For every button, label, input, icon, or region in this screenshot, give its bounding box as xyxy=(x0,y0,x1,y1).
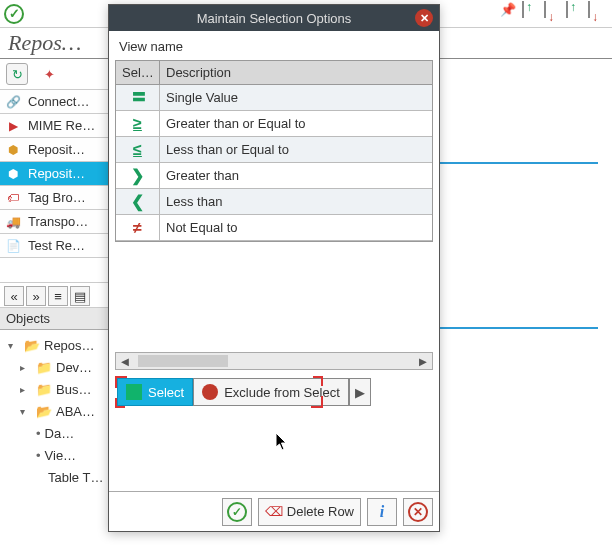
repo-icon: ⬢ xyxy=(4,166,22,182)
expand-icon[interactable]: ▸ xyxy=(20,384,32,395)
ok-icon[interactable]: ✓ xyxy=(4,4,24,24)
option-label: Single Value xyxy=(160,90,432,105)
toolbar-spacer xyxy=(30,4,54,24)
folder-icon: 📂 xyxy=(24,338,40,353)
list-icon[interactable]: ≡ xyxy=(48,286,68,306)
tag-icon: 🏷 xyxy=(4,190,22,206)
check-icon: ✓ xyxy=(227,502,247,522)
col-sel[interactable]: Sel… xyxy=(116,61,160,84)
lt-icon: ❮ xyxy=(116,189,160,214)
tree-label: Dev… xyxy=(56,360,92,375)
cancel-icon: ✕ xyxy=(408,502,428,522)
info-icon: i xyxy=(380,503,384,521)
scroll-left-icon[interactable]: ◄ xyxy=(116,354,134,369)
compass-icon[interactable]: ✦ xyxy=(38,63,60,85)
delete-row-button[interactable]: ⌫ Delete Row xyxy=(258,498,361,526)
option-label: Less than xyxy=(160,194,432,209)
option-gt[interactable]: ❯ Greater than xyxy=(116,163,432,189)
lte-icon: ≤ xyxy=(116,137,160,162)
dialog-field-label: View name xyxy=(115,37,433,60)
cancel-button[interactable]: ✕ xyxy=(403,498,433,526)
expand-icon[interactable]: ▸ xyxy=(20,362,32,373)
equals-icon: 〓 xyxy=(116,85,160,110)
grid-header: Sel… Description xyxy=(116,61,432,85)
tree-label: Bus… xyxy=(56,382,91,397)
doc-down-icon-2[interactable]: ↓ xyxy=(588,2,606,22)
nav-label: Reposit… xyxy=(28,142,85,157)
truck-icon: 🚚 xyxy=(4,214,22,230)
refresh-icon[interactable]: ↻ xyxy=(6,63,28,85)
tabs-more-icon[interactable]: ▶ xyxy=(349,378,371,406)
collapse-icon[interactable]: ▾ xyxy=(20,406,32,417)
nav-label: Reposit… xyxy=(28,166,85,181)
tree-label: Da… xyxy=(45,426,75,441)
nav-label: Connect… xyxy=(28,94,89,109)
tree-label: Vie… xyxy=(45,448,77,463)
link-icon: 🔗 xyxy=(4,94,22,110)
tab-label: Select xyxy=(148,385,184,400)
folder-icon: 📂 xyxy=(36,404,52,419)
pin-icon[interactable]: 📌 xyxy=(500,2,518,22)
tree-label: ABA… xyxy=(56,404,95,419)
tree-header-label: Objects xyxy=(6,311,50,326)
option-gte[interactable]: ≥ Greater than or Equal to xyxy=(116,111,432,137)
col-desc[interactable]: Description xyxy=(160,61,432,84)
repo-icon: ⬢ xyxy=(4,142,22,158)
accept-button[interactable]: ✓ xyxy=(222,498,252,526)
scroll-right-icon[interactable]: ► xyxy=(414,354,432,369)
tree-label: Repos… xyxy=(44,338,95,353)
delete-row-label: Delete Row xyxy=(287,504,354,519)
options-grid: Sel… Description 〓 Single Value ≥ Greate… xyxy=(115,60,433,242)
option-label: Greater than or Equal to xyxy=(160,116,432,131)
doc-down-icon[interactable]: ↓ xyxy=(544,2,562,22)
option-label: Not Equal to xyxy=(160,220,432,235)
folder-icon: 📁 xyxy=(36,382,52,397)
tab-exclude[interactable]: Exclude from Select xyxy=(193,378,349,406)
doc-up-icon[interactable]: ↑ xyxy=(522,2,540,22)
include-icon xyxy=(126,384,142,400)
exclude-icon xyxy=(202,384,218,400)
tab-select[interactable]: Select xyxy=(117,378,193,406)
selection-options-dialog: Maintain Selection Options ✕ View name S… xyxy=(108,4,440,532)
nav-label: MIME Re… xyxy=(28,118,95,133)
close-icon[interactable]: ✕ xyxy=(415,9,433,27)
nav-label: Tag Bro… xyxy=(28,190,86,205)
dialog-body: View name Sel… Description 〓 Single Valu… xyxy=(109,31,439,491)
folder-icon: 📁 xyxy=(36,360,52,375)
info-button[interactable]: i xyxy=(367,498,397,526)
page-title: Repos… xyxy=(8,30,81,56)
dialog-title-text: Maintain Selection Options xyxy=(197,11,352,26)
scrollbar-thumb[interactable] xyxy=(138,355,228,367)
nav-label: Test Re… xyxy=(28,238,85,253)
gt-icon: ❯ xyxy=(116,163,160,188)
option-ne[interactable]: ≠ Not Equal to xyxy=(116,215,432,241)
layout-icon[interactable]: ▤ xyxy=(70,286,90,306)
option-lt[interactable]: ❮ Less than xyxy=(116,189,432,215)
option-single-value[interactable]: 〓 Single Value xyxy=(116,85,432,111)
collapse-all-icon[interactable]: « xyxy=(4,286,24,306)
dialog-titlebar[interactable]: Maintain Selection Options ✕ xyxy=(109,5,439,31)
mime-icon: ▶ xyxy=(4,118,22,134)
tab-label: Exclude from Select xyxy=(224,385,340,400)
option-label: Less than or Equal to xyxy=(160,142,432,157)
delete-row-icon: ⌫ xyxy=(265,504,283,519)
nav-label: Transpo… xyxy=(28,214,88,229)
doc-up-icon-2[interactable]: ↑ xyxy=(566,2,584,22)
tree-label: Table T… xyxy=(48,470,103,485)
not-equal-icon: ≠ xyxy=(116,215,160,240)
expand-all-icon[interactable]: » xyxy=(26,286,46,306)
sign-tabs: Select Exclude from Select ▶ xyxy=(115,376,433,408)
toolbar-right-icons: 📌 ↑ ↓ ↑ ↓ xyxy=(500,2,606,22)
gte-icon: ≥ xyxy=(116,111,160,136)
horizontal-scrollbar[interactable]: ◄ ► xyxy=(115,352,433,370)
dialog-footer: ✓ ⌫ Delete Row i ✕ xyxy=(109,491,439,531)
expand-icon[interactable]: ▾ xyxy=(8,340,20,351)
option-lte[interactable]: ≤ Less than or Equal to xyxy=(116,137,432,163)
option-label: Greater than xyxy=(160,168,432,183)
test-icon: 📄 xyxy=(4,238,22,254)
